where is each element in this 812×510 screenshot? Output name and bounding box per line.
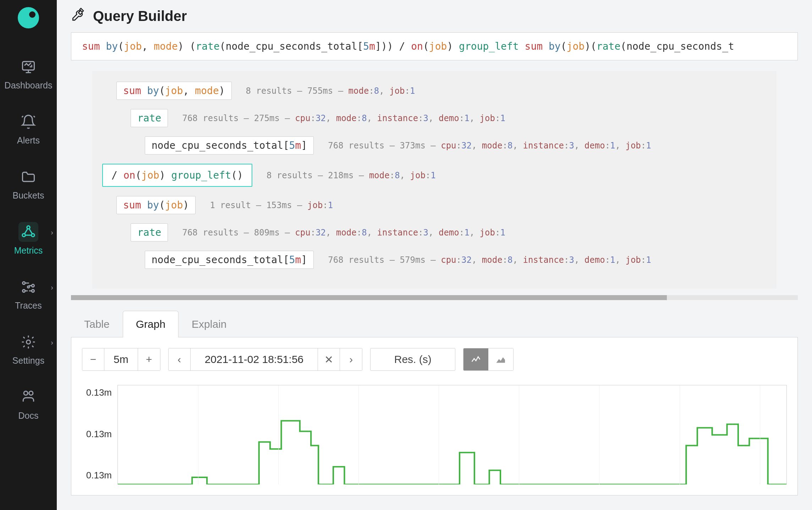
alerts-icon	[18, 112, 38, 132]
tree-node[interactable]: / on(job) group_left()	[102, 164, 252, 187]
tree-meta: 8 results — 755ms — mode:8, job:1	[246, 86, 415, 96]
svg-point-6	[32, 284, 34, 287]
nav-label: Traces	[15, 300, 42, 311]
main: Query Builder sum by(job, mode) (rate(no…	[57, 0, 812, 510]
docs-icon	[18, 387, 38, 407]
range-group: − 5m +	[82, 348, 160, 371]
nav-dashboards[interactable]: Dashboards	[0, 57, 57, 91]
tree-meta: 1 result — 153ms — job:1	[210, 200, 333, 210]
wrench-icon	[71, 7, 86, 25]
tree-row: / on(job) group_left()8 results — 218ms …	[102, 164, 767, 187]
tree-row: sum by(job, mode)8 results — 755ms — mod…	[116, 82, 767, 100]
tree-node[interactable]: rate	[131, 223, 168, 242]
svg-point-1	[27, 226, 30, 229]
tree-row: rate768 results — 809ms — cpu:32, mode:8…	[131, 223, 767, 242]
tree-row: rate768 results — 275ms — cpu:32, mode:8…	[131, 109, 767, 127]
y-axis: 0.13m 0.13m 0.13m	[82, 385, 117, 484]
nav-label: Docs	[18, 411, 39, 421]
page-title: Query Builder	[93, 8, 187, 24]
nav-buckets[interactable]: Buckets	[0, 167, 57, 201]
sidebar: Dashboards Alerts Buckets Metrics › Trac…	[0, 0, 57, 510]
svg-point-4	[23, 282, 25, 284]
tab-graph[interactable]: Graph	[123, 311, 179, 337]
page-header: Query Builder	[57, 0, 812, 32]
y-tick: 0.13m	[86, 387, 112, 398]
tree-node[interactable]: rate	[131, 109, 168, 127]
line-chart-button[interactable]	[463, 348, 488, 370]
resolution-input[interactable]: Res. (s)	[370, 348, 455, 371]
chart-line	[118, 385, 786, 484]
time-input[interactable]: 2021-11-02 18:51:56	[191, 348, 318, 370]
graph-panel: − 5m + ‹ 2021-11-02 18:51:56 ✕ › Res. (s…	[71, 337, 798, 495]
chevron-right-icon: ›	[51, 338, 53, 347]
chart-type-group	[463, 348, 514, 371]
app-logo[interactable]	[18, 7, 39, 28]
query-input[interactable]: sum by(job, mode) (rate(node_cpu_seconds…	[71, 32, 798, 60]
buckets-icon	[18, 167, 38, 187]
time-clear-button[interactable]: ✕	[318, 348, 340, 370]
dashboards-icon	[18, 57, 38, 77]
y-tick: 0.13m	[86, 470, 112, 481]
range-value[interactable]: 5m	[104, 348, 138, 370]
result-tabs: Table Graph Explain	[71, 311, 798, 337]
tree-row: node_cpu_seconds_total[5m]768 results — …	[145, 136, 767, 154]
nav-label: Settings	[12, 356, 44, 366]
nav-label: Metrics	[14, 245, 43, 256]
tree-row: sum by(job)1 result — 153ms — job:1	[116, 196, 767, 214]
tree-node[interactable]: sum by(job, mode)	[116, 82, 232, 100]
svg-point-3	[32, 234, 34, 237]
svg-point-11	[29, 391, 33, 395]
metrics-icon	[18, 222, 38, 242]
tree-node[interactable]: node_cpu_seconds_total[5m]	[145, 136, 314, 154]
svg-point-5	[23, 289, 25, 292]
chart-plot[interactable]	[117, 385, 787, 484]
time-group: ‹ 2021-11-02 18:51:56 ✕ ›	[168, 348, 363, 371]
nav-label: Dashboards	[5, 80, 53, 91]
traces-icon	[18, 277, 38, 297]
settings-icon	[18, 332, 38, 352]
tree-meta: 768 results — 809ms — cpu:32, mode:8, in…	[182, 228, 505, 238]
nav-traces[interactable]: Traces ›	[0, 277, 57, 311]
tree-node[interactable]: node_cpu_seconds_total[5m]	[145, 251, 314, 269]
svg-point-7	[32, 289, 34, 292]
tree-node[interactable]: sum by(job)	[116, 196, 196, 214]
tab-table[interactable]: Table	[71, 311, 123, 337]
chevron-right-icon: ›	[51, 228, 53, 237]
chevron-right-icon: ›	[51, 283, 53, 292]
y-tick: 0.13m	[86, 429, 112, 440]
range-decrease-button[interactable]: −	[82, 348, 104, 370]
time-next-button[interactable]: ›	[340, 348, 362, 370]
tree-meta: 768 results — 373ms — cpu:32, mode:8, in…	[328, 141, 651, 151]
nav-metrics[interactable]: Metrics ›	[0, 222, 57, 256]
nav-alerts[interactable]: Alerts	[0, 112, 57, 146]
tree-meta: 768 results — 275ms — cpu:32, mode:8, in…	[182, 113, 505, 123]
tree-meta: 8 results — 218ms — mode:8, job:1	[267, 170, 436, 180]
svg-point-8	[27, 286, 29, 288]
nav-label: Alerts	[17, 135, 40, 146]
svg-point-2	[22, 234, 25, 237]
scrollbar-thumb[interactable]	[71, 295, 667, 300]
time-value: 2021-11-02 18:51:56	[205, 353, 304, 365]
nav-label: Buckets	[13, 190, 44, 201]
svg-point-9	[27, 340, 31, 344]
nav-settings[interactable]: Settings ›	[0, 332, 57, 366]
tree-row: node_cpu_seconds_total[5m]768 results — …	[145, 251, 767, 269]
tab-explain[interactable]: Explain	[179, 311, 240, 337]
range-increase-button[interactable]: +	[138, 348, 160, 370]
query-tree-panel: sum by(job, mode)8 results — 755ms — mod…	[92, 71, 777, 289]
time-prev-button[interactable]: ‹	[169, 348, 191, 370]
tree-meta: 768 results — 579ms — cpu:32, mode:8, in…	[328, 255, 651, 265]
chart: 0.13m 0.13m 0.13m	[82, 385, 787, 484]
horizontal-scrollbar[interactable]	[71, 295, 798, 300]
nav-docs[interactable]: Docs	[0, 387, 57, 421]
area-chart-button[interactable]	[488, 348, 513, 370]
svg-point-10	[24, 391, 28, 395]
